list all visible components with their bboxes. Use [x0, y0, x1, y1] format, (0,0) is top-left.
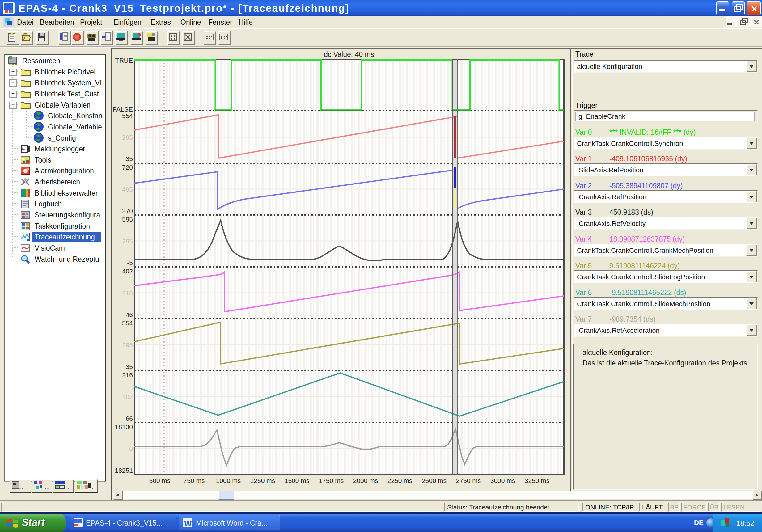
svg-text:750 ms: 750 ms [184, 477, 205, 484]
svg-text:720: 720 [122, 164, 133, 171]
svg-text:3250 ms: 3250 ms [525, 477, 550, 484]
svg-text:3000 ms: 3000 ms [491, 477, 515, 484]
svg-text:1250 ms: 1250 ms [250, 477, 275, 484]
svg-text:295: 295 [122, 238, 133, 245]
svg-text:2500 ms: 2500 ms [422, 477, 447, 484]
svg-text:295: 295 [122, 342, 133, 348]
svg-text:554: 554 [122, 112, 133, 119]
svg-text:2250 ms: 2250 ms [388, 477, 413, 484]
svg-text:554: 554 [122, 320, 133, 327]
svg-text:TRUE: TRUE [115, 57, 133, 64]
svg-text:35: 35 [126, 155, 133, 162]
svg-text:402: 402 [122, 267, 133, 275]
svg-text:495: 495 [122, 186, 133, 193]
svg-text:107: 107 [122, 393, 133, 400]
svg-text:270: 270 [122, 207, 133, 214]
svg-text:18130: 18130 [115, 423, 133, 430]
svg-text:35: 35 [126, 363, 133, 370]
svg-text:2000 ms: 2000 ms [353, 477, 378, 484]
svg-text:1750 ms: 1750 ms [319, 477, 344, 484]
svg-text:500 ms: 500 ms [149, 477, 171, 484]
svg-text:-46: -46 [123, 311, 133, 318]
svg-text:-18251: -18251 [113, 467, 133, 474]
svg-text:216: 216 [122, 371, 133, 378]
svg-text:FALSE: FALSE [113, 106, 133, 113]
svg-text:218: 218 [122, 289, 133, 297]
svg-text:-5: -5 [127, 259, 133, 266]
svg-text:295: 295 [122, 134, 133, 141]
svg-text:0: 0 [129, 445, 133, 452]
svg-text:1000 ms: 1000 ms [216, 477, 241, 484]
svg-text:-66: -66 [123, 415, 133, 422]
svg-text:2750 ms: 2750 ms [456, 477, 481, 484]
svg-text:595: 595 [122, 216, 133, 223]
svg-text:1500 ms: 1500 ms [285, 477, 310, 484]
